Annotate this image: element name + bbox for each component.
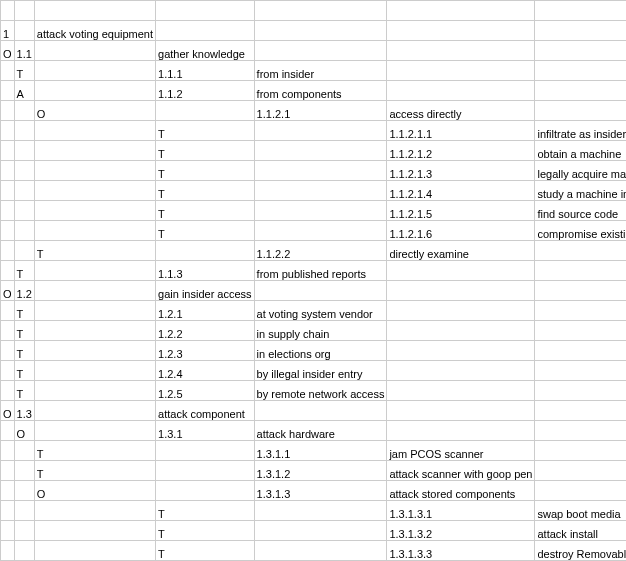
cell[interactable]: attack voting equipment <box>34 21 155 41</box>
cell[interactable]: access directly <box>387 101 535 121</box>
cell[interactable] <box>1 341 15 361</box>
cell[interactable] <box>34 401 155 421</box>
cell[interactable] <box>535 341 626 361</box>
cell[interactable] <box>1 261 15 281</box>
cell[interactable] <box>14 461 34 481</box>
cell[interactable] <box>535 101 626 121</box>
cell[interactable]: 1.1.2.1 <box>254 101 387 121</box>
cell[interactable]: destroy Removable Media <box>535 541 626 561</box>
cell[interactable] <box>1 201 15 221</box>
cell[interactable] <box>387 21 535 41</box>
cell[interactable]: T <box>156 121 255 141</box>
cell[interactable]: gather knowledge <box>156 41 255 61</box>
cell[interactable] <box>387 321 535 341</box>
cell[interactable] <box>535 321 626 341</box>
cell[interactable]: from insider <box>254 61 387 81</box>
cell[interactable]: T <box>14 341 34 361</box>
cell[interactable]: 1.2 <box>14 281 34 301</box>
cell[interactable] <box>1 301 15 321</box>
cell[interactable] <box>34 61 155 81</box>
cell[interactable] <box>535 441 626 461</box>
cell[interactable] <box>254 141 387 161</box>
cell[interactable] <box>34 521 155 541</box>
cell[interactable]: 1.1.3 <box>156 261 255 281</box>
cell[interactable]: O <box>1 401 15 421</box>
cell[interactable] <box>1 141 15 161</box>
cell[interactable]: 1.2.4 <box>156 361 255 381</box>
cell[interactable] <box>14 521 34 541</box>
cell[interactable] <box>1 321 15 341</box>
cell[interactable]: T <box>14 61 34 81</box>
cell[interactable] <box>14 121 34 141</box>
cell[interactable]: T <box>156 201 255 221</box>
cell[interactable] <box>34 261 155 281</box>
cell[interactable] <box>156 481 255 501</box>
cell[interactable]: study a machine in transit <box>535 181 626 201</box>
cell[interactable] <box>34 301 155 321</box>
cell[interactable] <box>387 401 535 421</box>
cell[interactable] <box>254 1 387 21</box>
cell[interactable]: gain insider access <box>156 281 255 301</box>
cell[interactable] <box>254 281 387 301</box>
cell[interactable] <box>14 221 34 241</box>
cell[interactable] <box>34 1 155 21</box>
cell[interactable] <box>535 361 626 381</box>
cell[interactable] <box>387 381 535 401</box>
cell[interactable] <box>1 241 15 261</box>
cell[interactable] <box>387 81 535 101</box>
cell[interactable]: O <box>34 101 155 121</box>
cell[interactable]: O <box>1 281 15 301</box>
cell[interactable] <box>34 161 155 181</box>
cell[interactable]: 1.1.2.2 <box>254 241 387 261</box>
cell[interactable] <box>1 421 15 441</box>
cell[interactable] <box>387 41 535 61</box>
cell[interactable] <box>34 541 155 561</box>
cell[interactable]: by illegal insider entry <box>254 361 387 381</box>
cell[interactable]: in supply chain <box>254 321 387 341</box>
cell[interactable]: in elections org <box>254 341 387 361</box>
cell[interactable]: 1.2.3 <box>156 341 255 361</box>
cell[interactable]: 1.3.1 <box>156 421 255 441</box>
cell[interactable] <box>1 221 15 241</box>
cell[interactable]: 1.3 <box>14 401 34 421</box>
cell[interactable] <box>387 61 535 81</box>
cell[interactable]: 1.3.1.3 <box>254 481 387 501</box>
cell[interactable] <box>1 61 15 81</box>
cell[interactable] <box>254 221 387 241</box>
cell[interactable]: 1.3.1.3.2 <box>387 521 535 541</box>
cell[interactable] <box>156 1 255 21</box>
cell[interactable] <box>535 401 626 421</box>
cell[interactable] <box>387 361 535 381</box>
cell[interactable] <box>1 361 15 381</box>
cell[interactable] <box>387 301 535 321</box>
cell[interactable] <box>535 301 626 321</box>
cell[interactable] <box>156 21 255 41</box>
cell[interactable] <box>34 141 155 161</box>
cell[interactable] <box>254 201 387 221</box>
cell[interactable] <box>14 101 34 121</box>
cell[interactable] <box>535 21 626 41</box>
cell[interactable] <box>14 201 34 221</box>
cell[interactable]: from components <box>254 81 387 101</box>
cell[interactable] <box>535 1 626 21</box>
cell[interactable]: O <box>14 421 34 441</box>
cell[interactable]: A <box>14 81 34 101</box>
cell[interactable] <box>34 381 155 401</box>
cell[interactable] <box>14 141 34 161</box>
cell[interactable] <box>14 541 34 561</box>
cell[interactable]: T <box>14 381 34 401</box>
cell[interactable] <box>14 441 34 461</box>
cell[interactable] <box>535 421 626 441</box>
cell[interactable] <box>34 501 155 521</box>
cell[interactable]: 1.3.1.3.3 <box>387 541 535 561</box>
cell[interactable] <box>535 241 626 261</box>
cell[interactable]: find source code <box>535 201 626 221</box>
cell[interactable]: attack install <box>535 521 626 541</box>
cell[interactable] <box>254 161 387 181</box>
cell[interactable] <box>1 381 15 401</box>
cell[interactable] <box>1 481 15 501</box>
cell[interactable] <box>535 41 626 61</box>
cell[interactable]: swap boot media <box>535 501 626 521</box>
cell[interactable] <box>254 541 387 561</box>
cell[interactable] <box>1 1 15 21</box>
